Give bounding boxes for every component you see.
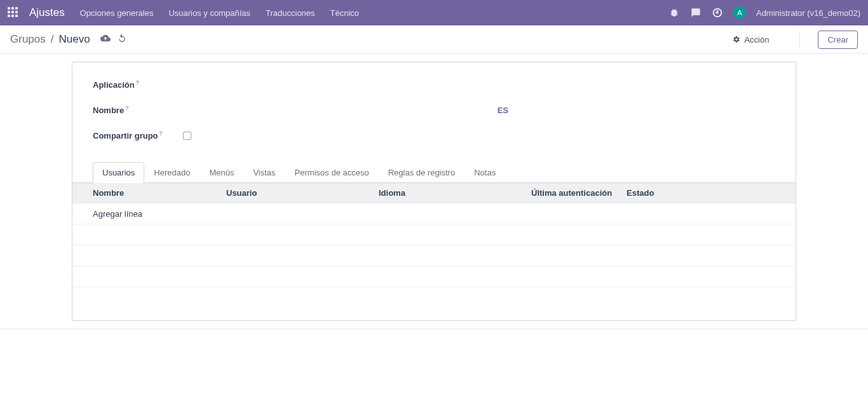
username-label[interactable]: Administrator (v16_demo02) — [756, 8, 860, 18]
discard-icon[interactable] — [117, 33, 127, 46]
nav-opciones-generales[interactable]: Opciones generales — [80, 8, 154, 18]
nav-usuarios-companias[interactable]: Usuarios y compañías — [168, 8, 250, 18]
table-row: Agregar línea — [72, 203, 796, 224]
col-ultima-auth[interactable]: Última autenticación — [531, 188, 627, 198]
top-nav: Opciones generales Usuarios y compañías … — [80, 8, 658, 18]
avatar[interactable]: A — [733, 6, 746, 19]
tab-heredado[interactable]: Heredado — [144, 162, 200, 183]
users-table: Nombre Usuario Idioma Última autenticaci… — [72, 183, 796, 320]
application-label: Aplicación? — [93, 79, 139, 90]
share-label: Compartir grupo? — [93, 130, 163, 140]
chat-icon[interactable] — [690, 7, 702, 18]
col-idioma[interactable]: Idioma — [379, 188, 531, 198]
breadcrumb-current: Nuevo — [58, 33, 90, 46]
gear-icon — [733, 36, 740, 43]
field-application: Aplicación? — [93, 78, 775, 92]
bug-icon[interactable] — [668, 7, 680, 18]
table-footer — [72, 287, 796, 320]
col-usuario[interactable]: Usuario — [226, 188, 379, 198]
breadcrumb: Grupos / Nuevo — [10, 33, 127, 46]
add-line-button[interactable]: Agregar línea — [93, 209, 142, 219]
breadcrumb-separator: / — [51, 33, 54, 46]
language-badge[interactable]: ES — [498, 106, 508, 115]
share-group-checkbox[interactable] — [183, 132, 191, 140]
tab-usuarios[interactable]: Usuarios — [93, 162, 144, 183]
topbar-right: A Administrator (v16_demo02) — [668, 6, 860, 19]
tab-menus[interactable]: Menús — [200, 162, 243, 183]
control-bar: Grupos / Nuevo Acción Crear — [0, 25, 868, 54]
col-estado[interactable]: Estado — [627, 188, 775, 198]
name-label: Nombre? — [93, 105, 128, 115]
tab-permisos[interactable]: Permisos de acceso — [285, 162, 379, 183]
divider — [799, 31, 800, 48]
help-icon[interactable]: ? — [136, 79, 139, 86]
tab-notas[interactable]: Notas — [465, 162, 505, 183]
tab-reglas[interactable]: Reglas de registro — [379, 162, 465, 183]
field-name: Nombre? ES — [93, 103, 775, 117]
action-label: Acción — [744, 35, 769, 44]
create-button[interactable]: Crear — [818, 31, 858, 49]
tabs: Usuarios Heredado Menús Vistas Permisos … — [72, 161, 796, 183]
col-nombre[interactable]: Nombre — [93, 188, 226, 198]
tab-vistas[interactable]: Vistas — [243, 162, 285, 183]
table-row — [72, 224, 796, 245]
apps-icon[interactable] — [8, 7, 19, 18]
table-row — [72, 266, 796, 287]
help-icon[interactable]: ? — [125, 105, 128, 111]
action-dropdown[interactable]: Acción — [733, 35, 769, 44]
help-icon[interactable]: ? — [159, 130, 163, 137]
clock-icon[interactable] — [712, 7, 723, 18]
form-sheet: Aplicación? Nombre? ES Compartir grupo? … — [72, 62, 796, 321]
table-row — [72, 245, 796, 266]
table-header: Nombre Usuario Idioma Última autenticaci… — [72, 183, 796, 203]
nav-tecnico[interactable]: Técnico — [330, 8, 360, 18]
avatar-initial: A — [737, 9, 742, 17]
nav-traducciones[interactable]: Traducciones — [266, 8, 315, 18]
field-share-group: Compartir grupo? — [93, 128, 775, 142]
cloud-upload-icon[interactable] — [100, 33, 111, 46]
topbar: Ajustes Opciones generales Usuarios y co… — [0, 0, 868, 25]
breadcrumb-parent[interactable]: Grupos — [10, 33, 46, 46]
brand-title[interactable]: Ajustes — [29, 6, 65, 19]
